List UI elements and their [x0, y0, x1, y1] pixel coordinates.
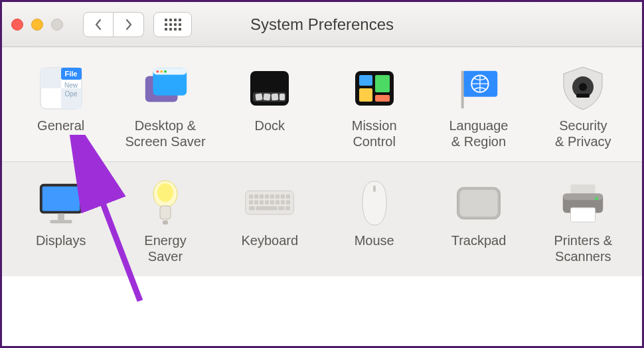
svg-rect-21 [375, 75, 390, 92]
svg-point-65 [595, 197, 598, 201]
pref-label: Keyboard [242, 232, 299, 248]
svg-rect-36 [163, 220, 168, 224]
pref-label: MissionControl [352, 118, 397, 149]
pref-row-2: Displays EnergySaver Keyboard [2, 162, 642, 276]
svg-rect-16 [264, 94, 271, 101]
general-icon: File New Ope [36, 63, 86, 114]
pref-label: Security& Privacy [555, 118, 611, 149]
svg-rect-48 [260, 201, 264, 205]
language-region-icon [453, 63, 504, 114]
desktop-icon [140, 63, 191, 114]
svg-rect-46 [249, 201, 253, 205]
back-button[interactable] [83, 12, 114, 37]
pref-row-1: File New Ope General Desktop &Screen Sav… [2, 47, 642, 162]
pref-label: General [37, 118, 84, 133]
svg-rect-45 [286, 195, 290, 199]
svg-rect-26 [461, 71, 464, 109]
toolbar: System Preferences [2, 2, 642, 47]
svg-rect-32 [50, 220, 72, 223]
svg-rect-57 [285, 206, 290, 210]
svg-rect-23 [375, 95, 390, 102]
pref-security-privacy[interactable]: Security& Privacy [531, 63, 635, 149]
pref-mouse[interactable]: Mouse [322, 178, 426, 264]
pref-printers-scanners[interactable]: Printers &Scanners [531, 178, 635, 264]
svg-rect-58 [373, 185, 376, 192]
minimize-window-button[interactable] [31, 19, 43, 31]
pref-label: Desktop &Screen Saver [125, 118, 205, 149]
pref-general[interactable]: File New Ope General [9, 63, 113, 149]
pref-label: Printers &Scanners [554, 232, 612, 264]
svg-point-28 [579, 83, 587, 91]
energy-saver-icon [140, 178, 191, 228]
svg-rect-1 [40, 68, 61, 88]
svg-rect-60 [459, 190, 497, 217]
svg-rect-38 [249, 195, 253, 199]
svg-point-11 [160, 70, 163, 73]
svg-rect-22 [359, 88, 372, 102]
svg-rect-47 [254, 201, 258, 205]
svg-text:Ope: Ope [64, 90, 77, 98]
show-all-button[interactable] [153, 12, 192, 37]
chevron-left-icon [94, 19, 103, 31]
svg-rect-40 [260, 195, 264, 199]
nav-buttons [83, 12, 144, 37]
svg-rect-20 [359, 75, 372, 86]
pref-label: Displays [36, 232, 86, 248]
svg-point-12 [164, 70, 167, 73]
svg-rect-64 [571, 208, 596, 222]
pref-language-region[interactable]: Language& Region [426, 63, 530, 149]
close-window-button[interactable] [11, 19, 23, 31]
pref-label: Dock [255, 118, 285, 133]
svg-point-10 [156, 70, 159, 73]
pref-label: Trackpad [451, 232, 507, 248]
svg-rect-42 [270, 195, 274, 199]
svg-rect-29 [576, 94, 590, 98]
trackpad-icon [453, 178, 504, 228]
svg-rect-44 [281, 195, 285, 199]
pref-label: Mouse [355, 232, 394, 248]
svg-rect-35 [160, 206, 171, 219]
svg-rect-30 [40, 185, 80, 213]
svg-rect-18 [280, 94, 285, 100]
grid-icon [165, 19, 181, 31]
pref-desktop-screen-saver[interactable]: Desktop &Screen Saver [113, 63, 217, 149]
svg-rect-61 [571, 185, 596, 195]
displays-icon [36, 178, 86, 228]
dock-icon [244, 63, 295, 114]
window-controls [11, 19, 63, 31]
pref-trackpad[interactable]: Trackpad [426, 178, 530, 264]
printers-scanners-icon [558, 178, 608, 228]
svg-rect-49 [265, 201, 269, 205]
svg-rect-55 [256, 206, 278, 210]
svg-rect-53 [286, 201, 290, 205]
pref-label: Language& Region [449, 118, 509, 149]
svg-point-34 [157, 183, 173, 202]
svg-rect-51 [276, 201, 280, 205]
pref-mission-control[interactable]: MissionControl [322, 63, 426, 149]
svg-rect-41 [265, 195, 269, 199]
svg-rect-17 [272, 94, 279, 101]
forward-button[interactable] [114, 12, 144, 37]
chevron-right-icon [124, 19, 133, 31]
svg-rect-15 [256, 93, 263, 100]
keyboard-icon [244, 178, 295, 228]
svg-rect-52 [281, 201, 285, 205]
svg-rect-39 [254, 195, 258, 199]
svg-rect-54 [249, 206, 255, 210]
mission-control-icon [349, 63, 400, 114]
pref-energy-saver[interactable]: EnergySaver [113, 178, 217, 264]
svg-rect-56 [279, 206, 285, 210]
mouse-icon [349, 178, 400, 228]
pref-label: EnergySaver [144, 232, 186, 264]
svg-rect-31 [58, 214, 64, 220]
zoom-window-button[interactable] [51, 19, 63, 31]
security-privacy-icon [558, 63, 608, 114]
svg-rect-50 [270, 201, 274, 205]
svg-text:New: New [64, 82, 78, 89]
pref-displays[interactable]: Displays [9, 178, 113, 264]
svg-text:File: File [64, 70, 77, 78]
svg-rect-43 [276, 195, 280, 199]
pref-keyboard[interactable]: Keyboard [218, 178, 322, 264]
pref-dock[interactable]: Dock [218, 63, 322, 149]
